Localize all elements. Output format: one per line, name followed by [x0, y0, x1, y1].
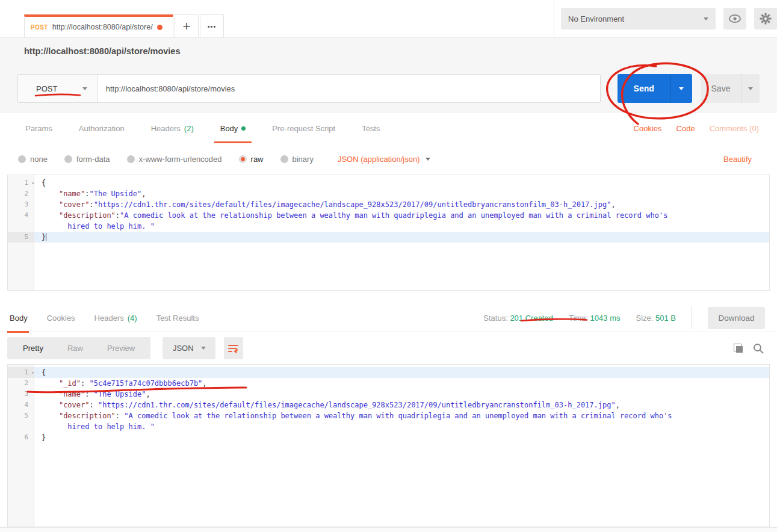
tab-label: Params — [25, 124, 52, 133]
response-toolbar-right — [734, 343, 770, 354]
text-cursor — [46, 233, 46, 241]
method-label: POST — [36, 84, 82, 93]
line-number: 5 — [8, 410, 34, 421]
line-number: 3 — [8, 389, 34, 400]
line-number: 2 — [8, 378, 34, 389]
code-line: 2 "_id": "5c4e715fa74c07dbbb6ecb7b", — [8, 378, 769, 389]
save-options-button[interactable] — [741, 74, 760, 103]
body-type-row: none form-data x-www-form-urlencoded raw… — [0, 143, 777, 175]
radio-label: form-data — [76, 155, 110, 164]
content-type-select[interactable]: JSON (application/json) — [338, 155, 431, 164]
tab-label: Headers — [94, 314, 124, 323]
format-label: JSON — [173, 344, 194, 353]
radio-binary[interactable]: binary — [280, 155, 314, 164]
tab-authorization[interactable]: Authorization — [66, 113, 138, 143]
radio-label: binary — [293, 155, 314, 164]
environment-area: No Environment — [554, 0, 777, 37]
code-line: 4 "cover": "https://cdn1.thr.com/sites/d… — [8, 400, 769, 410]
code-line: 3 "cover":"https://cdn1.thr.com/sites/de… — [8, 199, 769, 210]
code-line: hired to help him. " — [8, 221, 769, 232]
tab-label: Headers — [151, 124, 181, 133]
status-value: 201 Created — [510, 314, 553, 323]
tab-label: Body — [10, 314, 28, 323]
settings-button[interactable] — [754, 8, 777, 29]
tab-body[interactable]: Body — [207, 113, 259, 143]
comments-link[interactable]: Comments (0) — [710, 124, 759, 133]
radio-selected-icon — [239, 155, 247, 163]
code-link[interactable]: Code — [676, 124, 695, 133]
line-number: 4 — [8, 210, 34, 221]
status-label: Status: — [483, 314, 507, 323]
new-tab-button[interactable]: + — [175, 14, 199, 37]
radio-x-www-form-urlencoded[interactable]: x-www-form-urlencoded — [127, 155, 222, 164]
radio-raw[interactable]: raw — [239, 155, 264, 164]
line-number: 4 — [8, 400, 34, 410]
response-toolbar: Pretty Raw Preview JSON — [0, 332, 777, 364]
chevron-down-icon — [426, 158, 430, 161]
view-preview[interactable]: Preview — [95, 344, 147, 353]
url-input[interactable] — [97, 74, 601, 103]
unsaved-dot-icon — [157, 25, 163, 30]
code-line: 5} — [8, 232, 769, 243]
fold-caret-icon[interactable]: ▾ — [31, 368, 34, 379]
environment-select[interactable]: No Environment — [561, 8, 716, 29]
response-tab-test-results[interactable]: Test Results — [147, 304, 209, 332]
line-number — [8, 221, 34, 232]
fold-caret-icon[interactable]: ▾ — [31, 178, 34, 189]
response-code-lines: 1▾{2 "_id": "5c4e715fa74c07dbbb6ecb7b",3… — [8, 365, 769, 443]
tab-params[interactable]: Params — [12, 113, 66, 143]
size-label: Size: — [636, 314, 653, 323]
headers-count-badge: (4) — [128, 314, 137, 323]
cookies-link[interactable]: Cookies — [634, 124, 662, 133]
response-meta: Status: 201 Created Time: 1043 ms Size: … — [483, 306, 770, 329]
save-button[interactable]: Save — [701, 74, 741, 103]
environment-quicklook-button[interactable] — [723, 8, 746, 29]
radio-none[interactable]: none — [18, 155, 48, 164]
response-header: Body Cookies Headers (4) Test Results St… — [0, 304, 777, 332]
request-body-editor[interactable]: 1▾{2 "name":"The Upside",3 "cover":"http… — [7, 175, 770, 291]
method-select[interactable]: POST — [17, 74, 97, 103]
radio-form-data[interactable]: form-data — [64, 155, 110, 164]
line-number: 6 — [8, 432, 34, 443]
tab-options-button[interactable]: ••• — [200, 14, 224, 37]
request-builder: POST Send Save — [0, 64, 777, 113]
search-icon[interactable] — [753, 343, 764, 354]
view-raw[interactable]: Raw — [55, 344, 95, 353]
response-tab-body[interactable]: Body — [7, 304, 37, 332]
content-type-label: JSON (application/json) — [338, 155, 420, 164]
request-tabs-links: Cookies Code Comments (0) — [634, 124, 765, 133]
chevron-down-icon — [82, 87, 87, 90]
tab-label: Pre-request Script — [272, 124, 335, 133]
tab-label: Authorization — [79, 124, 125, 133]
radio-icon — [127, 155, 135, 163]
line-number: 2 — [8, 188, 34, 199]
word-wrap-button[interactable] — [224, 337, 243, 359]
bottom-strip — [0, 527, 777, 532]
response-tab-cookies[interactable]: Cookies — [37, 304, 85, 332]
line-number: 1▾ — [8, 178, 34, 188]
chevron-down-icon — [748, 87, 753, 90]
send-options-button[interactable] — [670, 74, 692, 103]
request-title-bar: http://localhost:8080/api/store/movies — [0, 37, 777, 64]
tab-tests[interactable]: Tests — [348, 113, 393, 143]
beautify-link[interactable]: Beautify — [723, 155, 759, 164]
code-line: hired to help him. " — [8, 421, 769, 432]
body-filled-dot-icon — [241, 126, 246, 131]
copy-icon[interactable] — [734, 344, 743, 353]
tab-strip: POST http://localhost:8080/api/store/ + … — [0, 0, 777, 37]
code-line: 2 "name":"The Upside", — [8, 188, 769, 199]
view-pretty[interactable]: Pretty — [11, 344, 55, 353]
response-tab-headers[interactable]: Headers (4) — [85, 304, 147, 332]
line-number: 3 — [8, 199, 34, 210]
size-value: 501 B — [655, 314, 676, 323]
download-button[interactable]: Download — [708, 307, 765, 329]
radio-label: raw — [251, 155, 264, 164]
response-body-editor[interactable]: 1▾{2 "_id": "5c4e715fa74c07dbbb6ecb7b",3… — [7, 364, 770, 527]
response-format-select[interactable]: JSON — [163, 337, 215, 359]
tab-pre-request-script[interactable]: Pre-request Script — [259, 113, 348, 143]
send-button[interactable]: Send — [618, 74, 670, 103]
request-tab[interactable]: POST http://localhost:8080/api/store/ — [24, 14, 173, 37]
tab-headers[interactable]: Headers (2) — [138, 113, 207, 143]
radio-label: none — [30, 155, 48, 164]
chevron-down-icon — [679, 87, 684, 90]
